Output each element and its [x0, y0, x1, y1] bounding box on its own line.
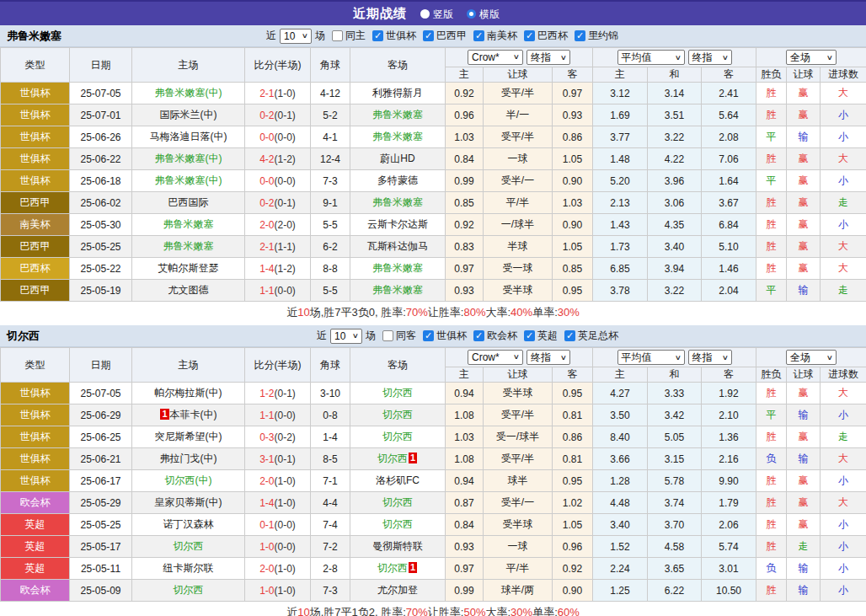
corners-cell: 7-1: [311, 470, 350, 492]
team-section: 切尔西近10∨场同客✓世俱杯✓欧会杯✓英超✓英足总杯类型日期主场比分(半场)角球…: [0, 325, 866, 616]
corners-cell: 12-4: [311, 148, 350, 170]
outcome-cell: 胜: [756, 236, 787, 258]
fulltime-select[interactable]: 全场∨: [786, 350, 837, 365]
horizontal-radio[interactable]: [467, 9, 476, 19]
outcome-cell: 胜: [756, 536, 787, 558]
matches-count-select[interactable]: 10∨: [280, 29, 312, 44]
select-value: 10: [284, 30, 295, 42]
corners-cell: 2-8: [311, 558, 350, 580]
handicap-home-odds-cell: 0.93: [446, 536, 484, 558]
vertical-radio[interactable]: [420, 9, 430, 19]
halftime-score: (0-1): [275, 453, 296, 465]
away-team-cell: 多特蒙德: [350, 170, 446, 192]
average-odds-group: 平均值∨终指∨: [593, 348, 756, 367]
home-team-name: 帕尔梅拉斯(中): [155, 387, 222, 399]
handicap-line-cell: 受半/一: [484, 170, 553, 192]
handicap-result-cell: 输: [787, 580, 821, 602]
bookmaker-odds-group: Crow*∨终指∨: [446, 348, 593, 367]
handicap-away-odds-cell: 0.93: [553, 104, 593, 126]
goals-result-cell: 小: [821, 558, 866, 580]
same-venue-checkbox[interactable]: [332, 30, 343, 41]
halftime-score: (0-0): [275, 175, 296, 187]
matches-count-select[interactable]: 10∨: [330, 329, 362, 344]
summary-segment: 10: [297, 306, 309, 319]
avg-home-cell: 3.77: [593, 126, 648, 148]
outcome-cell: 负: [756, 558, 787, 580]
bookmaker-select[interactable]: Crow*∨: [468, 350, 523, 365]
home-team-name: 切尔西: [174, 584, 204, 596]
average-select[interactable]: 平均值∨: [617, 350, 685, 365]
summary-segment: 30%: [558, 306, 580, 319]
avg-away-cell: 1.46: [702, 258, 756, 280]
score-cell: 2-0(2-0): [245, 214, 311, 236]
goals-result-cell: 大: [821, 83, 866, 104]
handicap-away-odds-cell: 0.86: [553, 126, 593, 148]
away-team-name: 弗鲁米嫩塞: [372, 284, 423, 296]
home-team-cell: 弗鲁米嫩塞(中): [132, 170, 245, 192]
league-checkbox-1[interactable]: ✓: [473, 330, 484, 341]
home-team-name: 弗鲁米嫩塞: [163, 218, 214, 230]
home-team-cell: 艾帕尔斯登瑟: [132, 258, 245, 280]
same-venue-checkbox[interactable]: [382, 330, 393, 341]
sub-header-handicap: 让球: [484, 67, 553, 83]
handicap-away-odds-cell: 0.81: [553, 448, 593, 470]
halftime-score: (0-0): [275, 519, 296, 531]
chevron-down-icon: ∨: [674, 54, 681, 62]
league-checkbox-0[interactable]: ✓: [423, 330, 434, 341]
avg-final-select[interactable]: 终指∨: [688, 50, 732, 65]
vertical-radio-label[interactable]: 竖版: [433, 8, 453, 20]
avg-away-cell: 2.06: [702, 514, 756, 536]
handicap-line-cell: 一球: [484, 536, 553, 558]
handicap-line-cell: 受半球: [484, 514, 553, 536]
away-team-name: 弗鲁米嫩塞: [372, 196, 423, 208]
match-row: 世俱杯25-06-26马梅洛迪日落(中)0-0(0-0)4-1弗鲁米嫩塞1.03…: [1, 126, 866, 148]
date-cell: 25-05-22: [70, 258, 132, 280]
halftime-score: (0-1): [275, 110, 296, 121]
halftime-score: (1-0): [275, 497, 296, 509]
col-header-corners: 角球: [311, 348, 350, 383]
sub-header-avg-draw: 和: [648, 67, 702, 83]
fulltime-score: 1-1: [259, 410, 274, 421]
date-cell: 25-07-05: [70, 83, 132, 104]
league-checkbox-2[interactable]: ✓: [473, 30, 484, 41]
avg-away-cell: 9.90: [702, 470, 756, 492]
date-cell: 25-05-25: [70, 514, 132, 536]
bookmaker-select[interactable]: Crow*∨: [468, 50, 523, 65]
away-team-name: 弗鲁米嫩塞: [372, 109, 423, 121]
score-cell: 2-1(1-0): [245, 83, 311, 104]
filter-bar: 近10∨场同主✓世俱杯✓巴西甲✓南美杯✓巴西杯✓里约锦: [265, 25, 620, 46]
match-row: 世俱杯25-07-05弗鲁米嫩塞(中)2-1(1-0)4-12利雅得新月0.92…: [1, 83, 866, 104]
league-checkbox-1[interactable]: ✓: [423, 30, 434, 41]
horizontal-radio-label[interactable]: 横版: [479, 8, 500, 20]
col-header-corners: 角球: [311, 48, 350, 83]
league-checkbox-4[interactable]: ✓: [575, 30, 585, 41]
home-team-name: 纽卡斯尔联: [163, 562, 214, 574]
away-team-cell: 曼彻斯特联: [350, 536, 446, 558]
avg-away-cell: 2.04: [702, 280, 756, 302]
league-checkbox-2[interactable]: ✓: [524, 330, 535, 341]
handicap-home-odds-cell: 0.85: [446, 192, 484, 214]
handicap-home-odds-cell: 0.93: [446, 280, 484, 302]
odds-final-select[interactable]: 终指∨: [527, 50, 570, 65]
fulltime-select[interactable]: 全场∨: [786, 50, 837, 65]
avg-draw-cell: 3.22: [648, 280, 702, 302]
avg-away-cell: 2.16: [702, 448, 756, 470]
odds-final-select[interactable]: 终指∨: [527, 350, 570, 365]
corners-cell: 3-10: [311, 383, 350, 404]
summary-segment: 近: [286, 605, 297, 616]
away-team-name: 切尔西: [382, 387, 413, 399]
league-checkbox-3[interactable]: ✓: [524, 30, 535, 41]
filter-bar: 近10∨场同客✓世俱杯✓欧会杯✓英超✓英足总杯: [315, 325, 620, 346]
handicap-result-cell: 赢: [787, 492, 821, 514]
league-checkbox-3[interactable]: ✓: [564, 330, 575, 341]
summary-segment: 40%: [511, 306, 532, 319]
red-card-badge: 1: [409, 453, 417, 463]
goals-result-cell: 大: [821, 148, 866, 170]
home-team-cell: 切尔西(中): [132, 470, 245, 492]
league-checkbox-0[interactable]: ✓: [372, 30, 383, 41]
average-select[interactable]: 平均值∨: [617, 50, 685, 65]
select-value: Crow*: [472, 351, 500, 363]
avg-final-select[interactable]: 终指∨: [688, 350, 732, 365]
handicap-away-odds-cell: 0.95: [553, 280, 593, 302]
fulltime-score: 1-0: [259, 585, 274, 597]
